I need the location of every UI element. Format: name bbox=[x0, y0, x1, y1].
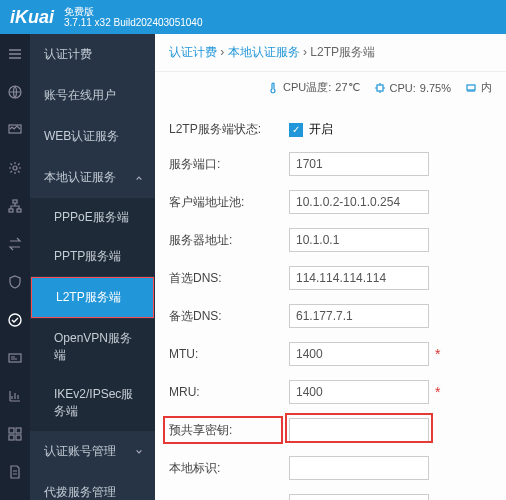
mem-usage: 内 bbox=[465, 80, 492, 95]
cpu-temp: CPU温度: 27℃ bbox=[267, 80, 360, 95]
server-input[interactable] bbox=[289, 228, 429, 252]
row-pool: 客户端地址池: bbox=[169, 190, 492, 214]
svg-rect-9 bbox=[16, 428, 21, 433]
sidebar-pppoe[interactable]: PPPoE服务端 bbox=[30, 198, 155, 237]
cpu-temp-value: 27℃ bbox=[335, 81, 359, 94]
row-dns1: 首选DNS: bbox=[169, 266, 492, 290]
port-label: 服务端口: bbox=[169, 156, 289, 173]
status-checkbox[interactable]: ✓ bbox=[289, 123, 303, 137]
sidebar-dial[interactable]: 代拨服务管理 bbox=[30, 472, 155, 500]
card-icon[interactable] bbox=[7, 350, 23, 366]
sidebar-ikev2-label: IKEv2/IPSec服务端 bbox=[54, 387, 133, 418]
sidebar-dial-label: 代拨服务管理 bbox=[44, 484, 116, 500]
localid-input[interactable] bbox=[289, 456, 429, 480]
sidebar-pppoe-label: PPPoE服务端 bbox=[54, 210, 129, 224]
mtu-label: MTU: bbox=[169, 347, 289, 361]
breadcrumb-a[interactable]: 认证计费 bbox=[169, 45, 217, 59]
sidebar-acctmgr[interactable]: 认证账号管理 bbox=[30, 431, 155, 472]
chevron-down-icon bbox=[135, 448, 143, 456]
dns1-label: 首选DNS: bbox=[169, 270, 289, 287]
app-logo: iKuai bbox=[10, 7, 54, 28]
cpu-temp-label: CPU温度: bbox=[283, 80, 331, 95]
mru-label: MRU: bbox=[169, 385, 289, 399]
chevron-up-icon bbox=[135, 174, 143, 182]
sidebar-ikev2[interactable]: IKEv2/IPSec服务端 bbox=[30, 375, 155, 431]
sidebar-web-label: WEB认证服务 bbox=[44, 128, 119, 145]
status-label: L2TP服务端状态: bbox=[169, 121, 289, 138]
main-panel: 认证计费 › 本地认证服务 › L2TP服务端 CPU温度: 27℃ CPU: … bbox=[155, 34, 506, 500]
globe-icon[interactable] bbox=[7, 84, 23, 100]
network-icon[interactable] bbox=[7, 198, 23, 214]
sidebar-accounts-label: 账号在线用户 bbox=[44, 87, 116, 104]
sidebar-openvpn-label: OpenVPN服务端 bbox=[54, 331, 132, 362]
shield-icon[interactable] bbox=[7, 274, 23, 290]
sidebar-acctmgr-label: 认证账号管理 bbox=[44, 443, 116, 460]
config-form: L2TP服务端状态: ✓ 开启 服务端口: 客户端地址池: 服务器地址: 首选D… bbox=[155, 103, 506, 500]
pool-label: 客户端地址池: bbox=[169, 194, 289, 211]
status-value: 开启 bbox=[309, 121, 333, 138]
thermometer-icon bbox=[267, 82, 279, 94]
sidebar-l2tp-label: L2TP服务端 bbox=[56, 290, 121, 304]
dns2-input[interactable] bbox=[289, 304, 429, 328]
port-input[interactable] bbox=[289, 152, 429, 176]
sidebar: 认证计费 账号在线用户 WEB认证服务 本地认证服务 PPPoE服务端 PPTP… bbox=[30, 34, 155, 500]
svg-rect-5 bbox=[17, 209, 21, 212]
svg-point-2 bbox=[13, 166, 17, 170]
psk-label: 预共享密钥: bbox=[169, 422, 289, 439]
mem-label: 内 bbox=[481, 80, 492, 95]
row-dns2: 备选DNS: bbox=[169, 304, 492, 328]
chart-icon[interactable] bbox=[7, 388, 23, 404]
required-star: * bbox=[435, 346, 440, 362]
breadcrumb-b[interactable]: 本地认证服务 bbox=[228, 45, 300, 59]
sidebar-local[interactable]: 本地认证服务 bbox=[30, 157, 155, 198]
cpu-value: 9.75% bbox=[420, 82, 451, 94]
mtu-input[interactable] bbox=[289, 342, 429, 366]
app-header: iKuai 免费版 3.7.11 x32 Build202403051040 bbox=[0, 0, 506, 34]
svg-rect-8 bbox=[9, 428, 14, 433]
sidebar-pptp[interactable]: PPTP服务端 bbox=[30, 237, 155, 276]
doc-icon[interactable] bbox=[7, 464, 23, 480]
svg-rect-13 bbox=[467, 85, 475, 90]
statusbar: CPU温度: 27℃ CPU: 9.75% 内 bbox=[155, 72, 506, 103]
version-info: 免费版 3.7.11 x32 Build202403051040 bbox=[64, 6, 202, 28]
row-mtu: MTU: * bbox=[169, 342, 492, 366]
row-status: L2TP服务端状态: ✓ 开启 bbox=[169, 121, 492, 138]
menu-icon[interactable] bbox=[7, 46, 23, 62]
svg-rect-10 bbox=[9, 435, 14, 440]
breadcrumb-c: L2TP服务端 bbox=[310, 45, 375, 59]
required-star: * bbox=[435, 384, 440, 400]
apps-icon[interactable] bbox=[7, 426, 23, 442]
psk-input[interactable] bbox=[289, 418, 429, 442]
sidebar-web[interactable]: WEB认证服务 bbox=[30, 116, 155, 157]
cpu-icon bbox=[374, 82, 386, 94]
version-label: 3.7.11 x32 Build202403051040 bbox=[64, 17, 202, 28]
row-server: 服务器地址: bbox=[169, 228, 492, 252]
server-label: 服务器地址: bbox=[169, 232, 289, 249]
peerid-input[interactable] bbox=[289, 494, 429, 500]
icon-rail bbox=[0, 34, 30, 500]
row-localid: 本地标识: bbox=[169, 456, 492, 480]
cpu-usage: CPU: 9.75% bbox=[374, 82, 451, 94]
row-peerid: 对方标识: bbox=[169, 494, 492, 500]
breadcrumb: 认证计费 › 本地认证服务 › L2TP服务端 bbox=[155, 34, 506, 72]
sidebar-accounts[interactable]: 账号在线用户 bbox=[30, 75, 155, 116]
sidebar-main[interactable]: 认证计费 bbox=[30, 34, 155, 75]
dns1-input[interactable] bbox=[289, 266, 429, 290]
auth-icon[interactable] bbox=[7, 312, 23, 328]
svg-point-6 bbox=[9, 314, 21, 326]
pool-input[interactable] bbox=[289, 190, 429, 214]
sidebar-l2tp[interactable]: L2TP服务端 bbox=[31, 277, 154, 318]
mru-input[interactable] bbox=[289, 380, 429, 404]
svg-rect-3 bbox=[13, 200, 17, 203]
flow-icon[interactable] bbox=[7, 236, 23, 252]
sidebar-local-label: 本地认证服务 bbox=[44, 169, 116, 186]
psk-label-text: 预共享密钥: bbox=[169, 423, 232, 437]
gear-icon[interactable] bbox=[7, 160, 23, 176]
sidebar-openvpn[interactable]: OpenVPN服务端 bbox=[30, 319, 155, 375]
svg-rect-7 bbox=[9, 354, 21, 362]
row-mru: MRU: * bbox=[169, 380, 492, 404]
row-port: 服务端口: bbox=[169, 152, 492, 176]
monitor-icon[interactable] bbox=[7, 122, 23, 138]
svg-rect-12 bbox=[377, 85, 383, 91]
localid-label: 本地标识: bbox=[169, 460, 289, 477]
